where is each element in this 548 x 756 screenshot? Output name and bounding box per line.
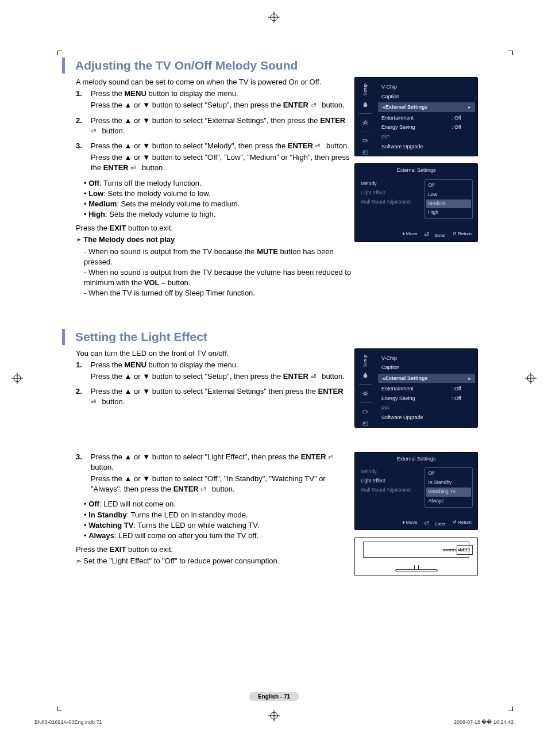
osd-title: External Settings bbox=[355, 164, 477, 177]
osd-row: V-Chip bbox=[381, 354, 472, 363]
option-item: Off: Turns off the melody function. bbox=[84, 178, 354, 189]
osd-row: V-Chip bbox=[381, 82, 472, 92]
osd-list-item: Medium bbox=[426, 199, 471, 209]
registration-mark-icon bbox=[268, 710, 280, 722]
osd-list-item: In Standby bbox=[426, 478, 471, 488]
crop-corner bbox=[508, 707, 513, 711]
svg-rect-19 bbox=[364, 423, 365, 424]
step-item: 1Press the MENU button to display the me… bbox=[76, 89, 354, 112]
osd-list-item: Melody bbox=[361, 467, 421, 477]
osd-setup-menu: Setup V-ChipCaptionExternal SettingsEnte… bbox=[354, 348, 478, 428]
osd-row: External Settings bbox=[378, 374, 475, 383]
footer-filename: BN68-01691A-00Eng.indb 71 bbox=[34, 719, 102, 725]
option-item: Watching TV: Turns the LED on while watc… bbox=[84, 520, 354, 531]
exit-text: Press the EXIT button to exit. bbox=[76, 223, 354, 233]
osd-external-settings: External Settings MelodyLight EffectWall… bbox=[354, 163, 478, 241]
osd-list-item: Melody bbox=[361, 179, 421, 189]
option-item: Low: Sets the melody volume to low. bbox=[84, 189, 354, 199]
accent-bar bbox=[62, 57, 65, 74]
osd-row: Caption bbox=[381, 363, 472, 373]
osd-list-item: Wall-Mount Adjustment bbox=[361, 198, 421, 207]
application-icon bbox=[361, 421, 369, 427]
registration-mark-icon bbox=[525, 373, 537, 384]
crop-corner bbox=[57, 51, 62, 55]
osd-hint-return: ↺ Return bbox=[453, 519, 472, 527]
note-item: When no sound is output from the TV beca… bbox=[84, 247, 354, 267]
led-callout-label: LED bbox=[457, 545, 473, 555]
enter-icon bbox=[91, 126, 100, 132]
enter-icon bbox=[130, 163, 140, 169]
step-item: 3Press the ▲ or ▼ button to select "Melo… bbox=[76, 141, 354, 175]
step-item: 1Press the MENU button to display the me… bbox=[76, 360, 354, 383]
enter-icon bbox=[311, 372, 320, 378]
osd-hint-return: ↺ Return bbox=[453, 231, 472, 239]
crop-corner bbox=[57, 707, 62, 711]
osd-row: Entertainment: Off bbox=[381, 113, 472, 123]
registration-mark-icon bbox=[11, 373, 23, 384]
enter-icon bbox=[200, 485, 210, 490]
osd-external-settings: External Settings MelodyLight EffectWall… bbox=[354, 452, 478, 530]
osd-list-item: Off bbox=[426, 181, 471, 190]
section-header: Adjusting the TV On/Off Melody Sound bbox=[62, 57, 476, 74]
osd-row: Software Upgrade bbox=[381, 142, 472, 152]
svg-point-16 bbox=[364, 393, 366, 395]
note-item: When the TV is turned off by Sleep Timer… bbox=[84, 288, 354, 298]
registration-mark-icon bbox=[268, 11, 280, 23]
step-item: 3Press the ▲ or ▼ button to select "Ligh… bbox=[76, 452, 354, 496]
osd-row: Energy Saving: Off bbox=[381, 394, 472, 404]
osd-row: Caption bbox=[381, 92, 472, 102]
section-header: Setting the Light Effect bbox=[62, 329, 476, 345]
svg-point-12 bbox=[364, 121, 366, 124]
note-item: When no sound is output from the TV beca… bbox=[84, 267, 354, 288]
section-title: Adjusting the TV On/Off Melody Sound bbox=[75, 57, 298, 74]
svg-rect-13 bbox=[363, 140, 366, 142]
step-item: 2Press the ▲ or ▼ button to select "Exte… bbox=[76, 116, 354, 137]
application-icon bbox=[361, 149, 369, 156]
crop-corner bbox=[508, 51, 513, 55]
section-title: Setting the Light Effect bbox=[75, 329, 207, 345]
input-icon bbox=[361, 137, 369, 144]
osd-tab-label: Setup bbox=[362, 355, 368, 367]
osd-hint-move: ♦ Move bbox=[403, 519, 418, 527]
osd-row: Energy Saving: Off bbox=[381, 122, 472, 132]
osd-hint-move: ♦ Move bbox=[403, 231, 418, 239]
osd-list-item: Watching TV bbox=[426, 488, 471, 497]
option-item: High: Sets the melody volume to high. bbox=[84, 209, 354, 220]
osd-row: Software Upgrade bbox=[381, 413, 472, 423]
enter-icon bbox=[311, 101, 320, 106]
page-number: English - 71 bbox=[249, 692, 299, 701]
enter-icon bbox=[91, 397, 100, 403]
osd-row: PIP bbox=[381, 132, 472, 142]
osd-hint-enter: Enter bbox=[424, 519, 445, 527]
osd-row: Entertainment: Off bbox=[381, 384, 472, 394]
svg-rect-17 bbox=[363, 410, 366, 413]
note-text: Set the "Light Effect" to "Off" to reduc… bbox=[76, 556, 354, 566]
osd-setup-menu: Setup V-ChipCaptionExternal SettingsEnte… bbox=[354, 77, 478, 156]
exit-text: Press the EXIT button to exit. bbox=[76, 544, 354, 555]
option-item: Always: LED will come on after you turn … bbox=[84, 531, 354, 541]
intro-text: A melody sound can be set to come on whe… bbox=[76, 77, 354, 87]
osd-list-item: Low bbox=[426, 190, 471, 199]
osd-row: PIP bbox=[381, 404, 472, 413]
enter-icon bbox=[328, 452, 337, 458]
step-item: 2Press the ▲ or ▼ button to select "Exte… bbox=[76, 386, 354, 408]
tv-led-diagram: SAMSUNG LED bbox=[354, 537, 478, 576]
osd-title: External Settings bbox=[355, 452, 477, 466]
gear-icon bbox=[361, 120, 369, 126]
osd-list-item: Light Effect bbox=[361, 189, 421, 198]
osd-list-item: Wall-Mount Adjustment bbox=[361, 486, 421, 495]
osd-row: External Settings bbox=[378, 102, 475, 112]
option-item: In Standby: Turns the LED on in standby … bbox=[84, 510, 354, 520]
osd-list-item: Always bbox=[426, 497, 471, 506]
intro-text: You can turn the LED on the front of TV … bbox=[76, 348, 354, 359]
option-item: Off: LED will not come on. bbox=[84, 499, 354, 509]
osd-list-item: Off bbox=[426, 469, 471, 478]
droplet-icon bbox=[361, 101, 369, 108]
osd-hint-enter: Enter bbox=[424, 231, 445, 239]
droplet-icon bbox=[361, 372, 369, 378]
option-item: Medium: Sets the melody volume to medium… bbox=[84, 199, 354, 209]
accent-bar bbox=[62, 329, 65, 345]
gear-icon bbox=[361, 390, 369, 397]
osd-list-item: High bbox=[426, 208, 471, 217]
footer-timestamp: 2008-07-18 �� 10:24:42 bbox=[454, 719, 514, 725]
